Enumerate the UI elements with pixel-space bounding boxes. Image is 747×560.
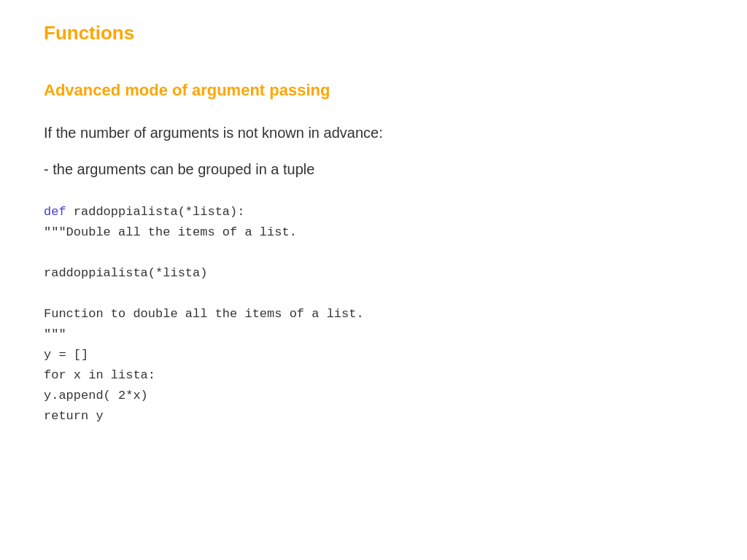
code-line-11: return y [44,406,703,427]
code-line-1-rest: raddoppialista(*lista): [66,205,245,219]
code-line-1: def raddoppialista(*lista): [44,202,703,222]
code-line-6: Function to double all the items of a li… [44,304,703,324]
bullet-text: - the arguments can be grouped in a tupl… [44,158,703,180]
code-line-7: """ [44,324,703,345]
code-block: def raddoppialista(*lista): """Double al… [44,202,703,427]
code-line-2: """Double all the items of a list. [44,222,703,243]
description-text: If the number of arguments is not known … [44,122,703,144]
page-container: Functions Advanced mode of argument pass… [0,0,747,442]
code-line-4: raddoppialista(*lista) [44,263,703,284]
code-line-10: y.append( 2*x) [44,386,703,406]
code-line-5 [44,284,703,304]
code-line-9: for x in lista: [44,365,703,386]
page-title: Functions [44,15,703,44]
code-keyword-def: def [44,205,66,219]
section-heading: Advanced mode of argument passing [44,81,703,100]
code-line-8: y = [] [44,345,703,365]
code-line-3 [44,243,703,263]
